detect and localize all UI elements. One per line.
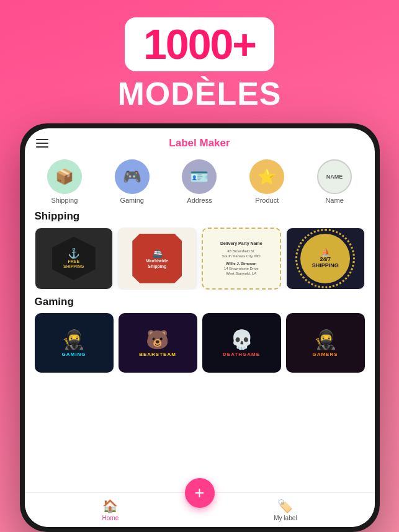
shipping-template-3[interactable]: Delivery Party Name 48 Brownfield St.Sou… bbox=[202, 228, 282, 290]
gaming-templates-row: 🥷 GAMING 🐻 BEARSTEAM 💀 DEATHGAME bbox=[35, 313, 365, 373]
badge-shape-2: 🚢 WorldwideShipping bbox=[132, 234, 182, 283]
gaming-logo-3: 💀 DEATHGAME bbox=[223, 329, 260, 357]
gaming-logo-1: 🥷 GAMING bbox=[62, 329, 86, 357]
gaming-logo-4: 🥷 GAMERS bbox=[312, 329, 338, 357]
bottom-nav: 🏠 Home + 🏷️ My label bbox=[25, 492, 375, 527]
device-screen: Label Maker 📦 Shipping 🎮 Gaming 🪪 Addres… bbox=[25, 128, 375, 527]
badge-shape-1: ⚓ FREESHIPPING bbox=[52, 237, 96, 280]
header-area: 1000+ MODÈLES bbox=[0, 0, 399, 123]
gaming-template-4[interactable]: 🥷 GAMERS bbox=[286, 313, 365, 373]
address-label: Address bbox=[187, 197, 212, 204]
category-shipping[interactable]: 📦 Shipping bbox=[47, 159, 82, 204]
headline-subtitle: MODÈLES bbox=[117, 75, 281, 112]
label-icon: 🏷️ bbox=[277, 499, 293, 513]
category-name[interactable]: NAME Name bbox=[317, 159, 352, 204]
gaming-template-3[interactable]: 💀 DEATHGAME bbox=[202, 313, 281, 373]
product-label: Product bbox=[255, 197, 279, 204]
app-header: Label Maker bbox=[25, 128, 375, 156]
gaming-template-2[interactable]: 🐻 BEARSTEAM bbox=[119, 313, 197, 373]
nav-home[interactable]: 🏠 Home bbox=[102, 499, 119, 521]
headline-number: 1000+ bbox=[125, 17, 274, 71]
app-title: Label Maker bbox=[169, 137, 230, 149]
gaming-label: Gaming bbox=[120, 197, 144, 204]
shipping-section: Shipping ⚓ FREESHIPPING 🚢 WorldwideShipp… bbox=[25, 206, 375, 292]
category-product[interactable]: ⭐ Product bbox=[249, 159, 284, 204]
categories-row: 📦 Shipping 🎮 Gaming 🪪 Address ⭐ Product … bbox=[25, 156, 375, 206]
gaming-template-1[interactable]: 🥷 GAMING bbox=[35, 313, 114, 373]
shipping-template-4[interactable]: ⛵ 24/7SHIPPING bbox=[286, 228, 365, 290]
gaming-section: Gaming 🥷 GAMING 🐻 BEARSTEAM bbox=[25, 292, 375, 492]
mylabel-nav-label: My label bbox=[274, 515, 297, 521]
product-circle: ⭐ bbox=[249, 159, 284, 194]
badge-shape-4: ⛵ 24/7SHIPPING bbox=[300, 234, 350, 283]
name-circle: NAME bbox=[317, 159, 352, 194]
shipping-section-title: Shipping bbox=[35, 210, 365, 223]
shipping-template-2[interactable]: 🚢 WorldwideShipping bbox=[118, 228, 197, 290]
home-icon: 🏠 bbox=[102, 499, 118, 513]
hamburger-icon[interactable] bbox=[36, 139, 48, 148]
category-gaming[interactable]: 🎮 Gaming bbox=[115, 159, 150, 204]
address-label-visual: Delivery Party Name 48 Brownfield St.Sou… bbox=[218, 238, 265, 279]
category-address[interactable]: 🪪 Address bbox=[182, 159, 217, 204]
home-nav-label: Home bbox=[102, 515, 119, 521]
shipping-template-1[interactable]: ⚓ FREESHIPPING bbox=[35, 228, 114, 290]
gaming-logo-2: 🐻 BEARSTEAM bbox=[139, 329, 176, 357]
address-circle: 🪪 bbox=[182, 159, 217, 194]
gaming-section-title: Gaming bbox=[35, 296, 365, 308]
device-frame: Label Maker 📦 Shipping 🎮 Gaming 🪪 Addres… bbox=[20, 123, 380, 532]
shipping-circle: 📦 bbox=[47, 159, 82, 194]
shipping-templates-row: ⚓ FREESHIPPING 🚢 WorldwideShipping Deliv… bbox=[35, 228, 365, 290]
shipping-label: Shipping bbox=[51, 197, 78, 204]
fab-add-button[interactable]: + bbox=[185, 478, 215, 508]
plus-icon: + bbox=[194, 483, 204, 503]
nav-my-label[interactable]: 🏷️ My label bbox=[274, 499, 297, 521]
gaming-circle: 🎮 bbox=[115, 159, 150, 194]
name-label: Name bbox=[325, 197, 343, 204]
